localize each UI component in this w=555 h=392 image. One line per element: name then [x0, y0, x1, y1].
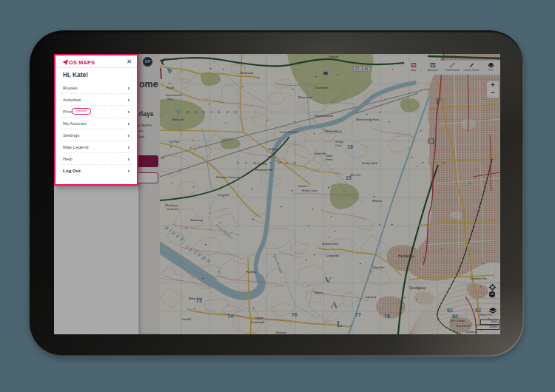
svg-text:OS MAPS: OS MAPS — [69, 58, 95, 65]
